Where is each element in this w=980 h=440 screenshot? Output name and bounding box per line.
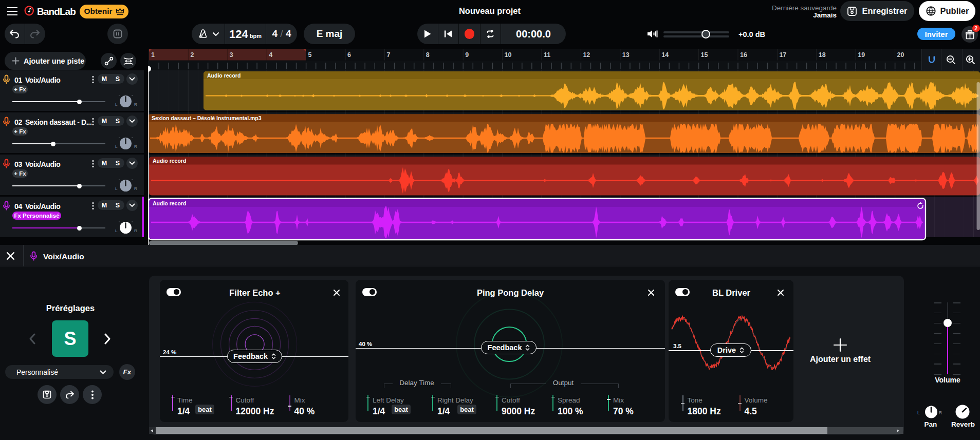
svg-text:10: 10 bbox=[505, 51, 512, 59]
svg-text:14: 14 bbox=[661, 51, 669, 59]
svg-text:16: 16 bbox=[740, 51, 747, 59]
svg-text:7: 7 bbox=[386, 51, 390, 59]
svg-text:5: 5 bbox=[308, 51, 312, 59]
svg-text:9: 9 bbox=[465, 51, 469, 59]
svg-text:13: 13 bbox=[622, 51, 630, 59]
svg-text:19: 19 bbox=[858, 51, 865, 59]
svg-text:8: 8 bbox=[426, 51, 430, 59]
svg-text:17: 17 bbox=[779, 51, 786, 59]
svg-text:1: 1 bbox=[151, 51, 155, 59]
svg-text:18: 18 bbox=[819, 51, 826, 59]
svg-text:3: 3 bbox=[230, 51, 233, 59]
svg-text:4: 4 bbox=[269, 51, 272, 59]
svg-text:6: 6 bbox=[347, 51, 351, 59]
svg-text:20: 20 bbox=[897, 51, 904, 59]
svg-text:Audio record: Audio record bbox=[207, 72, 241, 79]
svg-text:Audio record: Audio record bbox=[153, 158, 186, 164]
svg-text:12: 12 bbox=[583, 51, 590, 59]
svg-text:11: 11 bbox=[544, 51, 550, 59]
svg-text:15: 15 bbox=[701, 51, 708, 59]
svg-text:2: 2 bbox=[190, 51, 194, 59]
svg-text:Audio record: Audio record bbox=[153, 200, 186, 206]
svg-text:Sexion dassaut – Désolé Instru: Sexion dassaut – Désolé Instrumental.mp3 bbox=[152, 115, 262, 121]
